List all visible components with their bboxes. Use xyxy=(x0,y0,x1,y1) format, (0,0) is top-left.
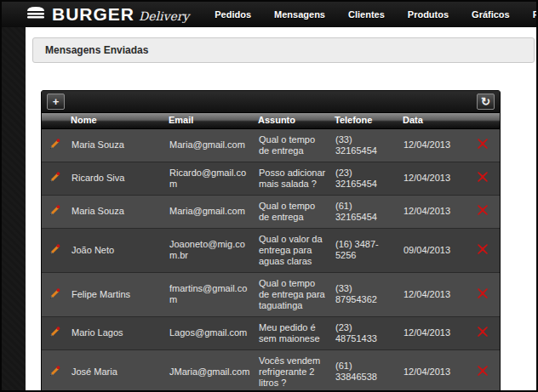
delete-icon[interactable] xyxy=(478,288,488,301)
header-delete-spacer xyxy=(465,113,500,128)
nav-item-mensagens[interactable]: Mensagens xyxy=(274,9,325,20)
edit-pencil-icon[interactable] xyxy=(49,365,60,379)
column-header-assunto[interactable]: Assunto xyxy=(255,113,331,128)
delete-icon[interactable] xyxy=(478,205,488,218)
page-title: Mensagens Enviadas xyxy=(45,44,148,56)
table-row[interactable]: João Neto Joaoneto@mig.com.br Qual o val… xyxy=(42,228,500,272)
cell-data: 12/04/2013 xyxy=(399,272,465,316)
cell-nome: João Neto xyxy=(67,228,165,272)
delete-icon[interactable] xyxy=(478,244,488,257)
cell-email: Ricardo@gmail.com xyxy=(165,162,255,195)
cell-data: 12/04/2013 xyxy=(399,162,465,195)
cell-nome: Mario Lagos xyxy=(67,316,165,349)
header-edit-spacer xyxy=(42,113,67,128)
column-header-telefone[interactable]: Telefone xyxy=(331,113,399,128)
cell-assunto: Vocês vendem refrigerante 2 litros ? xyxy=(255,349,331,392)
cell-data: 12/04/2013 xyxy=(399,316,465,349)
cell-nome: Felipe Martins xyxy=(67,272,165,316)
column-header-nome[interactable]: Nome xyxy=(67,113,165,128)
cell-nome: José Maria xyxy=(67,349,165,392)
cell-data: 12/04/2013 xyxy=(399,128,465,162)
messages-table: Nome Email Assunto Telefone Data xyxy=(42,113,500,392)
add-message-button[interactable]: + xyxy=(47,94,65,110)
cell-assunto: Qual o tempo de entrega xyxy=(255,195,331,228)
main-nav: Pedidos Mensagens Clientes Produtos Gráf… xyxy=(215,9,538,20)
refresh-button[interactable]: ↻ xyxy=(477,94,495,110)
cell-email: fmartins@gmail.com xyxy=(165,272,255,316)
table-row[interactable]: Maria Souza Maria@gmail.com Qual o tempo… xyxy=(42,195,500,228)
delete-icon[interactable] xyxy=(478,366,488,378)
table-row[interactable]: Maria Souza Maria@gmail.com Qual o tempo… xyxy=(42,128,500,162)
edit-pencil-icon[interactable] xyxy=(49,204,60,219)
edit-pencil-icon[interactable] xyxy=(49,326,60,340)
cell-telefone: (23) 48751433 xyxy=(331,316,399,349)
brand-name: BURGER xyxy=(52,4,134,25)
main-content: Mensagens Enviadas + ↻ xyxy=(26,27,536,390)
cell-assunto: Posso adicionar mais salada ? xyxy=(255,162,331,195)
cell-email: JMaria@gmail.com xyxy=(165,349,255,392)
nav-item-relatorios[interactable]: Relatórios xyxy=(533,9,538,20)
brand-suffix: Delivery xyxy=(139,9,189,23)
table-header-row: Nome Email Assunto Telefone Data xyxy=(42,113,500,128)
page-title-bar: Mensagens Enviadas xyxy=(32,37,535,63)
cell-nome: Maria Souza xyxy=(67,128,165,162)
edit-pencil-icon[interactable] xyxy=(49,287,60,302)
table-body: Maria Souza Maria@gmail.com Qual o tempo… xyxy=(42,128,500,392)
cell-telefone: (61) 33846538 xyxy=(331,349,399,392)
cell-nome: Ricardo Siva xyxy=(67,162,165,195)
cell-nome: Maria Souza xyxy=(67,195,165,228)
top-navbar: BURGER Delivery Pedidos Mensagens Client… xyxy=(2,2,536,27)
cell-email: Maria@gmail.com xyxy=(165,195,255,228)
cell-assunto: Qual o tempo de entrega para taguatinga xyxy=(255,272,331,316)
column-header-email[interactable]: Email xyxy=(165,113,255,128)
left-sidebar-strip xyxy=(2,27,26,390)
table-row[interactable]: Mario Lagos Lagos@gmail.com Meu pedido é… xyxy=(42,316,500,349)
cell-data: 09/04/2013 xyxy=(399,228,465,272)
cell-email: Maria@gmail.com xyxy=(165,128,255,162)
grid-toolbar: + ↻ xyxy=(42,91,500,113)
cell-telefone: (33) 87954362 xyxy=(331,272,399,316)
table-row[interactable]: Ricardo Siva Ricardo@gmail.com Posso adi… xyxy=(42,162,500,195)
messages-grid: + ↻ Nome Email Assunto xyxy=(41,90,501,392)
cell-assunto: Meu pedido é sem maionese xyxy=(255,316,331,349)
cell-assunto: Qual o tempo de entrega xyxy=(255,128,331,162)
cell-telefone: (16) 3487-5256 xyxy=(331,228,399,272)
table-row[interactable]: José Maria JMaria@gmail.com Vocês vendem… xyxy=(42,349,500,392)
delete-icon[interactable] xyxy=(478,139,488,151)
burger-icon xyxy=(26,6,46,24)
edit-pencil-icon[interactable] xyxy=(49,138,60,152)
cell-telefone: (33) 32165454 xyxy=(331,128,399,162)
nav-item-pedidos[interactable]: Pedidos xyxy=(215,9,251,20)
cell-email: Joaoneto@mig.com.br xyxy=(165,228,255,272)
table-row[interactable]: Felipe Martins fmartins@gmail.com Qual o… xyxy=(42,272,500,316)
nav-item-clientes[interactable]: Clientes xyxy=(348,9,385,20)
cell-data: 12/04/2013 xyxy=(399,195,465,228)
cell-email: Lagos@gmail.com xyxy=(165,316,255,349)
cell-assunto: Qual o valor da entrega para aguas clara… xyxy=(255,228,331,272)
edit-pencil-icon[interactable] xyxy=(49,243,60,258)
delete-icon[interactable] xyxy=(478,327,488,339)
nav-item-graficos[interactable]: Gráficos xyxy=(472,9,510,20)
refresh-icon: ↻ xyxy=(481,95,490,109)
cell-telefone: (61) 32165454 xyxy=(331,195,399,228)
delete-icon[interactable] xyxy=(478,172,488,185)
edit-pencil-icon[interactable] xyxy=(49,171,60,185)
brand-logo: BURGER Delivery xyxy=(26,4,189,25)
plus-icon: + xyxy=(53,95,60,109)
cell-telefone: (23) 32165454 xyxy=(331,162,399,195)
column-header-data[interactable]: Data xyxy=(399,113,465,128)
nav-item-produtos[interactable]: Produtos xyxy=(408,9,449,20)
cell-data: 12/04/2013 xyxy=(399,349,465,392)
